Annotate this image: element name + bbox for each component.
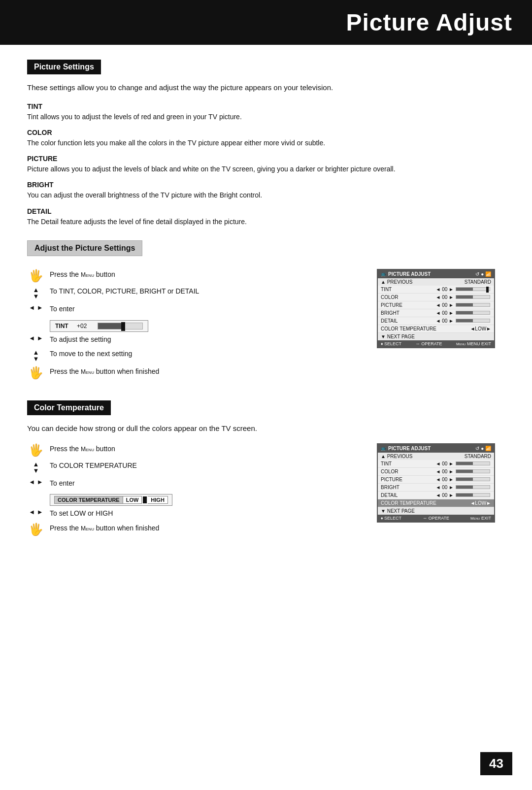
osd-header-icons-1: ↺ ● 📶 xyxy=(475,271,491,277)
osd-bright-value-2: ◄ 00 ► xyxy=(436,485,491,490)
ct-step-5: 🖐 Press the Menu button when finished xyxy=(27,523,357,535)
step-press-menu: 🖐 Press the Menu button xyxy=(27,269,357,282)
picture-desc: Picture allows you to adjust the levels … xyxy=(27,164,505,174)
leftright-arrow-icon-2: ◄ ► xyxy=(27,334,45,341)
osd-picture-bar-2 xyxy=(456,477,490,481)
page-number-badge: 43 xyxy=(480,752,512,775)
ct-slider-low: LOW xyxy=(123,496,142,504)
ct-step-3: ◄ ► To enter xyxy=(27,478,357,489)
detail-setting: DETAIL The Detail feature adjusts the le… xyxy=(27,207,505,227)
osd-previous-value-2: STANDARD xyxy=(465,454,491,459)
title-bar: Picture Adjust xyxy=(0,0,532,45)
ct-osd: 📺 PICTURE ADJUST ↺ ● 📶 ▲ PREVIOUS STANDA… xyxy=(377,443,505,539)
picture-label: PICTURE xyxy=(27,155,505,163)
osd-footer-select-1: ♦ SELECT xyxy=(381,341,401,346)
osd-color-row-2: COLOR ◄ 00 ► xyxy=(378,468,494,476)
osd-bright-bar-2 xyxy=(456,485,490,489)
osd-tint-value-2: ◄ 00 ► xyxy=(436,461,491,466)
tint-slider-label: TINT xyxy=(55,323,70,329)
tint-slider-value: +02 xyxy=(77,323,91,329)
leftright-arrow-icon-1: ◄ ► xyxy=(27,303,45,311)
osd-box-2: 📺 PICTURE ADJUST ↺ ● 📶 ▲ PREVIOUS STANDA… xyxy=(377,443,495,523)
step-adjust-text: To adjust the setting xyxy=(50,334,111,345)
osd-footer-exit-2: Menu EXIT xyxy=(470,516,491,521)
step-press-menu-text: Press the Menu button xyxy=(50,269,115,280)
ct-step-2-text: To COLOR TEMPERATURE xyxy=(50,460,137,471)
color-temp-intro: You can decide how strong or dull the co… xyxy=(27,423,505,434)
hand-icon-2: 🖐 xyxy=(27,366,45,379)
osd-footer-1: ♦ SELECT ↔ OPERATE Menu MENU EXIT xyxy=(378,340,494,347)
osd-picture-label: PICTURE xyxy=(381,302,436,308)
osd-title-1: PICTURE ADJUST xyxy=(388,271,473,277)
tint-slider: TINT +02 xyxy=(50,320,148,332)
osd-color-value-2: ◄ 00 ► xyxy=(436,469,491,474)
ct-step-5-text: Press the Menu button when finished xyxy=(50,523,159,533)
color-temp-steps: 🖐 Press the Menu button ▲▼ To COLOR TEMP… xyxy=(27,443,357,539)
osd-detail-row: DETAIL ◄ 00 ► xyxy=(378,317,494,325)
osd-picture-value: ◄ 00 ► xyxy=(436,302,491,308)
osd-tint-value: ◄ 00 ► xyxy=(436,287,491,292)
color-temp-section: Color Temperature You can decide how str… xyxy=(27,400,505,539)
osd-footer-operate-2: ↔ OPERATE xyxy=(423,516,449,521)
osd-bright-row-2: BRIGHT ◄ 00 ► xyxy=(378,484,494,492)
osd-tint-bar-2 xyxy=(456,461,490,465)
picture-settings-header: Picture Settings xyxy=(27,60,101,74)
osd-color-label-2: COLOR xyxy=(381,469,436,474)
osd-color-row: COLOR ◄ 00 ► xyxy=(378,294,494,301)
color-label: COLOR xyxy=(27,129,505,136)
ct-slider-thumb xyxy=(143,496,147,503)
step-move: ▲▼ To move to the next setting xyxy=(27,348,357,362)
hand-icon-4: 🖐 xyxy=(27,523,45,535)
osd-ct-value-1: ◄LOW► xyxy=(470,326,491,331)
osd-next-2: ▼ NEXT PAGE xyxy=(378,507,494,515)
osd-footer-2: ♦ SELECT ↔ OPERATE Menu EXIT xyxy=(378,515,494,522)
osd-header-icons-2: ↺ ● 📶 xyxy=(475,446,491,451)
color-temp-slider: COLOR TEMPERATURE LOW HIGH xyxy=(50,494,172,506)
osd-detail-bar-2 xyxy=(456,493,490,497)
osd-tv-icon-2: 📺 xyxy=(381,446,386,451)
osd-picture-row: PICTURE ◄ 00 ► xyxy=(378,301,494,309)
ct-slider-label: COLOR TEMPERATURE xyxy=(54,496,123,504)
osd-ct-label-1: COLOR TEMPERATURE xyxy=(381,326,470,331)
osd-detail-row-2: DETAIL ◄ 00 ► xyxy=(378,492,494,499)
step-select-item-text: To TINT, COLOR, PICTURE, BRIGHT or DETAI… xyxy=(50,286,199,296)
osd-tv-icon: 📺 xyxy=(381,271,386,276)
osd-next-label-2: ▼ NEXT PAGE xyxy=(381,508,415,514)
detail-desc: The Detail feature adjusts the level of … xyxy=(27,217,505,227)
osd-picture-row-2: PICTURE ◄ 00 ► xyxy=(378,476,494,484)
tint-setting: TINT Tint allows you to adjust the level… xyxy=(27,102,505,122)
tint-thumb xyxy=(121,322,125,331)
step-done-1: 🖐 Press the Menu button when finished xyxy=(27,366,357,379)
bright-desc: You can adjust the overall brightness of… xyxy=(27,190,505,200)
ct-step-1: 🖐 Press the Menu button xyxy=(27,443,357,456)
osd-bright-bar xyxy=(456,311,490,315)
osd-previous-value-1: STANDARD xyxy=(465,279,491,285)
osd-detail-bar xyxy=(456,319,490,323)
osd-tint-bar xyxy=(456,287,490,291)
step-adjust: ◄ ► To adjust the setting xyxy=(27,334,357,345)
bright-setting: BRIGHT You can adjust the overall bright… xyxy=(27,181,505,200)
osd-color-label: COLOR xyxy=(381,295,436,300)
osd-ct-label-2: COLOR TEMPERATURE xyxy=(381,500,470,506)
tint-bar-fill xyxy=(98,323,123,329)
osd-bright-label: BRIGHT xyxy=(381,310,436,316)
osd-detail-value: ◄ 00 ► xyxy=(436,318,491,324)
osd-previous-1: ▲ PREVIOUS STANDARD xyxy=(378,278,494,286)
tint-desc: Tint allows you to adjust the levels of … xyxy=(27,112,505,122)
osd-bright-value: ◄ 00 ► xyxy=(436,310,491,316)
leftright-arrow-icon-3: ◄ ► xyxy=(27,478,45,485)
osd-box-1: 📺 PICTURE ADJUST ↺ ● 📶 ▲ PREVIOUS STANDA… xyxy=(377,269,495,348)
updown-arrow-icon-1: ▲▼ xyxy=(27,286,45,299)
detail-label: DETAIL xyxy=(27,207,505,215)
osd-header-2: 📺 PICTURE ADJUST ↺ ● 📶 xyxy=(378,444,494,453)
tint-bar xyxy=(98,323,143,329)
osd-tint-label-2: TINT xyxy=(381,461,436,466)
adjust-settings-header: Adjust the Picture Settings xyxy=(27,240,142,256)
osd-color-value: ◄ 00 ► xyxy=(436,295,491,300)
osd-tint-row-2: TINT ◄ 00 ► xyxy=(378,460,494,468)
color-setting: COLOR The color function lets you make a… xyxy=(27,129,505,148)
osd-previous-2: ▲ PREVIOUS STANDARD xyxy=(378,453,494,460)
tint-label: TINT xyxy=(27,102,505,110)
osd-detail-value-2: ◄ 00 ► xyxy=(436,493,491,498)
picture-settings-intro: These settings allow you to change and a… xyxy=(27,82,505,94)
